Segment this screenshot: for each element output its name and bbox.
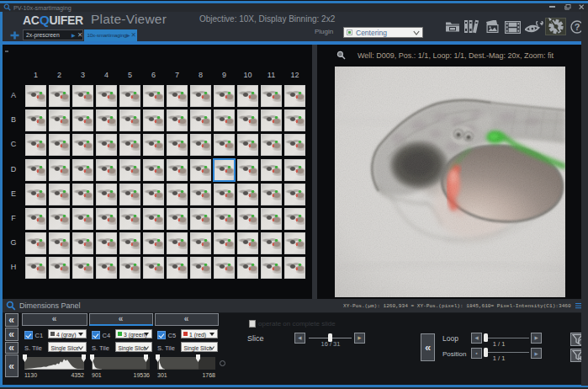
svg-text:?: ? <box>575 22 580 32</box>
